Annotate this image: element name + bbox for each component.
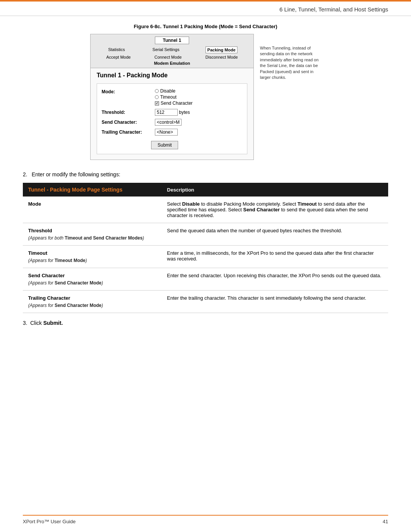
mode-disable[interactable]: Disable bbox=[155, 88, 242, 94]
side-note: When Tunneling, instead of sending data … bbox=[260, 34, 321, 80]
setting-sub: (Appears for Send Character Mode) bbox=[28, 303, 103, 308]
submit-area: Submit bbox=[102, 139, 242, 149]
step2-label: Enter or modify the following settings: bbox=[32, 171, 120, 177]
table-row: Trailing Character(Appears for Send Char… bbox=[23, 291, 388, 313]
threshold-row: Threshold: 512 bytes bbox=[102, 109, 242, 116]
mode-label: Mode: bbox=[102, 88, 151, 94]
nav-connect-mode[interactable]: Connect Mode bbox=[155, 55, 182, 59]
col-setting-label: Tunnel - Packing Mode Page Settings bbox=[28, 187, 123, 193]
setting-cell: Threshold(Appears for both Timeout and S… bbox=[23, 223, 162, 246]
setting-name: Send Character bbox=[28, 273, 156, 278]
setting-sub: (Appears for Timeout Mode) bbox=[28, 258, 87, 263]
setting-name: Trailing Character bbox=[28, 295, 156, 301]
footer-right: 41 bbox=[383, 519, 388, 524]
radio-disable bbox=[155, 89, 159, 93]
radio-timeout bbox=[155, 95, 159, 99]
footer-left: XPort Pro™ User Guide bbox=[23, 519, 76, 524]
step3-submit: Submit. bbox=[43, 320, 63, 326]
col-setting-header: Tunnel - Packing Mode Page Settings bbox=[23, 183, 162, 197]
page-header: 6 Line, Tunnel, Terminal, and Host Setti… bbox=[0, 2, 411, 16]
table-row: Send Character(Appears for Send Characte… bbox=[23, 268, 388, 291]
threshold-input[interactable]: 512 bbox=[155, 109, 178, 116]
ui-body: Tunnel 1 - Packing Mode Mode: Disable bbox=[91, 68, 253, 160]
send-char-input[interactable]: <control>M bbox=[155, 119, 182, 126]
desc-cell: Send the queued data when the number of … bbox=[162, 223, 388, 246]
ui-nav: Tunnel 1 Statistics Serial Settings Pack… bbox=[91, 34, 253, 68]
checkbox-send-char: ✓ bbox=[155, 101, 159, 105]
mode-send-char[interactable]: ✓ Send Character bbox=[155, 101, 242, 106]
settings-table: Tunnel - Packing Mode Page Settings Desc… bbox=[23, 183, 388, 313]
nav-statistics[interactable]: Statistics bbox=[107, 46, 126, 53]
mode-row: Mode: Disable Timeout ✓ bbox=[102, 88, 242, 106]
figure-area: Tunnel 1 Statistics Serial Settings Pack… bbox=[23, 34, 388, 160]
nav-serial-settings[interactable]: Serial Settings bbox=[151, 46, 181, 53]
ui-section-title: Tunnel 1 - Packing Mode bbox=[97, 72, 247, 79]
send-char-row: Send Character: <control>M bbox=[102, 119, 242, 126]
desc-cell: Select Disable to disable Packing Mode c… bbox=[162, 197, 388, 223]
mode-send-char-label: Send Character bbox=[161, 101, 193, 106]
table-row: Threshold(Appears for both Timeout and S… bbox=[23, 223, 388, 246]
setting-name: Mode bbox=[28, 201, 156, 207]
mode-disable-label: Disable bbox=[160, 88, 175, 94]
main-content: Figure 6-8c. Tunnel 1 Packing Mode (Mode… bbox=[0, 16, 411, 341]
tunnel-title: Tunnel 1 bbox=[155, 37, 189, 44]
setting-sub: (Appears for Send Character Mode) bbox=[28, 280, 103, 286]
setting-name: Timeout bbox=[28, 250, 156, 256]
threshold-value-area: 512 bytes bbox=[155, 109, 242, 116]
step3-text: 3. Click Submit. bbox=[23, 320, 388, 326]
trailing-char-value-area: <None> bbox=[155, 129, 242, 136]
nav-packing-mode[interactable]: Packing Mode bbox=[206, 46, 237, 53]
trailing-char-input[interactable]: <None> bbox=[155, 129, 178, 136]
threshold-label: Threshold: bbox=[102, 109, 151, 115]
threshold-unit: bytes bbox=[179, 110, 190, 115]
trailing-char-label: Trailing Character: bbox=[102, 129, 151, 135]
desc-cell: Enter the trailing character. This chara… bbox=[162, 291, 388, 313]
table-row: Timeout(Appears for Timeout Mode) Enter … bbox=[23, 246, 388, 268]
page-footer: XPort Pro™ User Guide 41 bbox=[23, 515, 388, 524]
col-desc-label: Description bbox=[167, 187, 194, 193]
setting-name: Threshold bbox=[28, 228, 156, 233]
setting-cell: Trailing Character(Appears for Send Char… bbox=[23, 291, 162, 313]
step2-text: 2. Enter or modify the following setting… bbox=[23, 171, 388, 177]
setting-sub: (Appears for both Timeout and Send Chara… bbox=[28, 235, 144, 241]
desc-cell: Enter a time, in milliseconds, for the X… bbox=[162, 246, 388, 268]
trailing-char-row: Trailing Character: <None> bbox=[102, 129, 242, 136]
ui-mockup: Tunnel 1 Statistics Serial Settings Pack… bbox=[90, 34, 254, 160]
submit-button[interactable]: Submit bbox=[151, 141, 178, 149]
step2-number: 2. bbox=[23, 171, 30, 177]
step3-number: 3. Click bbox=[23, 320, 43, 326]
setting-cell: Send Character(Appears for Send Characte… bbox=[23, 268, 162, 291]
col-desc-header: Description bbox=[162, 183, 388, 197]
header-title: 6 Line, Tunnel, Terminal, and Host Setti… bbox=[279, 6, 388, 13]
nav-row3: Modem Emulation bbox=[94, 61, 250, 66]
nav-modem-emulation[interactable]: Modem Emulation bbox=[154, 61, 190, 66]
mode-timeout[interactable]: Timeout bbox=[155, 94, 242, 100]
mode-timeout-label: Timeout bbox=[160, 94, 177, 100]
nav-disconnect-mode[interactable]: Disconnect Mode bbox=[206, 55, 238, 59]
nav-row1: Statistics Serial Settings Packing Mode bbox=[94, 46, 250, 53]
desc-cell: Enter the send character. Upon receiving… bbox=[162, 268, 388, 291]
mode-options: Disable Timeout ✓ Send Character bbox=[155, 88, 242, 106]
figure-caption: Figure 6-8c. Tunnel 1 Packing Mode (Mode… bbox=[23, 24, 388, 29]
table-header: Tunnel - Packing Mode Page Settings Desc… bbox=[23, 183, 388, 197]
send-char-value-area: <control>M bbox=[155, 119, 242, 126]
nav-row2: Accept Mode Connect Mode Disconnect Mode bbox=[94, 55, 250, 59]
table-body: Mode Select Disable to disable Packing M… bbox=[23, 197, 388, 313]
table-row: Mode Select Disable to disable Packing M… bbox=[23, 197, 388, 223]
setting-cell: Mode bbox=[23, 197, 162, 223]
setting-cell: Timeout(Appears for Timeout Mode) bbox=[23, 246, 162, 268]
nav-accept-mode[interactable]: Accept Mode bbox=[106, 55, 131, 59]
ui-form: Mode: Disable Timeout ✓ bbox=[97, 83, 247, 154]
send-char-label: Send Character: bbox=[102, 119, 151, 125]
